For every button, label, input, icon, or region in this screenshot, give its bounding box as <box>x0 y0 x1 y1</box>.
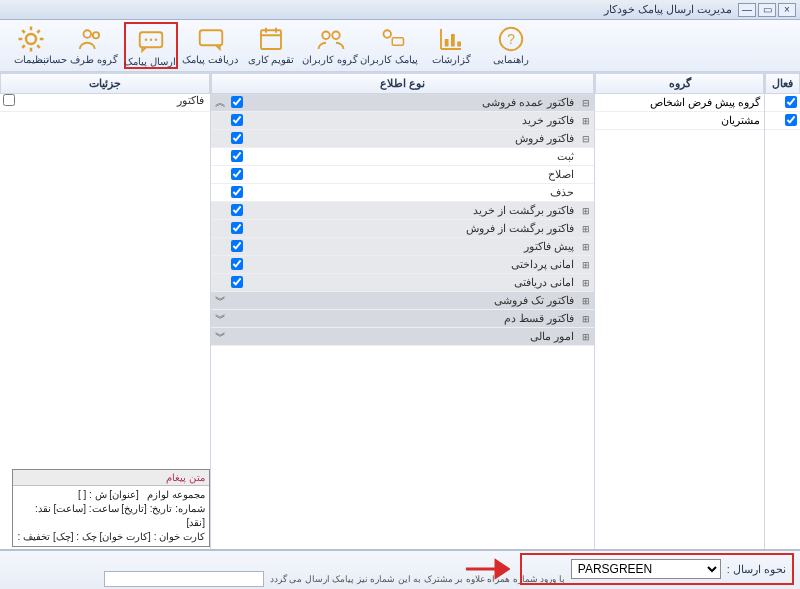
active-checkbox-0[interactable] <box>785 96 797 108</box>
chevron-down-icon[interactable]: ︾ <box>211 329 229 344</box>
type-row[interactable]: ثبت <box>211 148 594 166</box>
type-checkbox[interactable] <box>231 96 243 108</box>
active-checkbox-1[interactable] <box>785 114 797 126</box>
window-title: مدیریت ارسال پیامک خودکار <box>4 3 738 16</box>
type-row[interactable]: حذف <box>211 184 594 202</box>
expand-icon[interactable]: ⊞ <box>578 296 594 306</box>
svg-rect-8 <box>261 30 281 49</box>
type-checkbox[interactable] <box>231 222 243 234</box>
send-mode-select[interactable]: PARSGREEN <box>571 559 721 579</box>
ribbon-send-sms[interactable]: ارسال پیامک <box>124 22 178 69</box>
collapse-icon[interactable]: ⊟ <box>578 98 594 108</box>
svg-point-0 <box>26 34 36 44</box>
group-label: گروه پیش فرض اشخاص <box>650 96 760 109</box>
expand-icon[interactable]: ⊞ <box>578 242 594 252</box>
type-row[interactable]: ⊞فاکتور برگشت از خرید <box>211 202 594 220</box>
col-details-header: جزئیات <box>0 73 210 94</box>
group-row[interactable]: گروه پیش فرض اشخاص <box>595 94 764 112</box>
collapse-icon[interactable]: ⊟ <box>578 134 594 144</box>
type-checkbox[interactable] <box>231 240 243 252</box>
users-icon <box>314 24 348 54</box>
type-checkbox[interactable] <box>231 150 243 162</box>
restore-icon[interactable]: ▭ <box>758 3 776 17</box>
expand-icon[interactable]: ⊞ <box>578 206 594 216</box>
message-body: مجموعه لوازم [عنوان] ش : [ ] شماره: تاری… <box>13 486 209 546</box>
details-label: فاکتور <box>18 94 210 111</box>
phone-input[interactable] <box>104 571 264 587</box>
column-active: فعال <box>764 73 800 557</box>
ribbon: تنظیمات گروه طرف حساب ارسال پیامک دریافت… <box>0 20 800 72</box>
svg-point-2 <box>93 32 99 38</box>
people-icon <box>74 24 108 54</box>
type-label: امانی دریافتی <box>249 276 578 289</box>
type-checkbox[interactable] <box>231 186 243 198</box>
type-row[interactable]: ⊞فاکتور تک فروشی︾ <box>211 292 594 310</box>
ribbon-calendar[interactable]: تقویم کاری <box>244 22 298 65</box>
type-label: اصلاح <box>249 168 578 181</box>
expand-icon[interactable]: ⊞ <box>578 314 594 324</box>
type-row[interactable]: اصلاح <box>211 166 594 184</box>
type-checkbox[interactable] <box>231 168 243 180</box>
type-label: فاکتور برگشت از فروش <box>249 222 578 235</box>
chevron-down-icon[interactable]: ︾ <box>211 311 229 326</box>
group-row[interactable]: مشتریان <box>595 112 764 130</box>
expand-icon[interactable]: ⊞ <box>578 116 594 126</box>
type-row[interactable]: ⊞فاکتور قسط دم︾ <box>211 310 594 328</box>
details-checkbox[interactable] <box>3 94 15 106</box>
type-row[interactable]: ⊞پیش فاکتور <box>211 238 594 256</box>
type-row[interactable]: ⊞امانی پرداختی <box>211 256 594 274</box>
minimize-icon[interactable]: — <box>738 3 756 17</box>
help-icon: ? <box>494 24 528 54</box>
type-label: امور مالی <box>249 330 578 343</box>
expand-icon[interactable]: ⊞ <box>578 332 594 342</box>
type-row[interactable]: ⊞فاکتور برگشت از فروش <box>211 220 594 238</box>
svg-point-11 <box>384 30 392 38</box>
col-type-header: نوع اطلاع <box>211 73 594 94</box>
ribbon-account-group[interactable]: گروه طرف حساب <box>64 22 118 65</box>
ribbon-reports[interactable]: گزارشات <box>424 22 478 65</box>
ribbon-label: دریافت پیامک <box>184 54 238 65</box>
type-checkbox[interactable] <box>231 114 243 126</box>
expand-icon[interactable]: ⊞ <box>578 224 594 234</box>
svg-point-4 <box>145 39 148 42</box>
ribbon-label: گروه طرف حساب <box>64 54 118 65</box>
chevron-down-icon[interactable]: ︾ <box>211 293 229 308</box>
type-label: پیش فاکتور <box>249 240 578 253</box>
type-checkbox[interactable] <box>231 258 243 270</box>
type-row[interactable]: ⊞فاکتور خرید <box>211 112 594 130</box>
close-icon[interactable]: × <box>778 3 796 17</box>
send-mode-label: نحوه ارسال : <box>727 563 786 576</box>
svg-point-6 <box>155 39 158 42</box>
send-mode-box: نحوه ارسال : PARSGREEN <box>520 553 794 585</box>
ribbon-label: گزارشات <box>424 54 478 65</box>
message-header: متن پیغام <box>13 470 209 486</box>
ribbon-label: گروه کاربران <box>304 54 358 65</box>
ribbon-help[interactable]: ? راهنمایی <box>484 22 538 65</box>
arrow-icon <box>462 557 510 583</box>
ribbon-user-sms[interactable]: پیامک کاربران <box>364 22 418 65</box>
titlebar: × ▭ — مدیریت ارسال پیامک خودکار <box>0 0 800 20</box>
chat-icon <box>134 26 168 56</box>
svg-point-5 <box>150 39 153 42</box>
type-label: حذف <box>249 186 578 199</box>
ribbon-user-group[interactable]: گروه کاربران <box>304 22 358 65</box>
column-type: نوع اطلاع ⊟فاکتور عمده فروشی︽⊞فاکتور خری… <box>210 73 594 557</box>
ribbon-receive-sms[interactable]: دریافت پیامک <box>184 22 238 65</box>
details-row[interactable]: فاکتور <box>0 94 210 112</box>
expand-icon[interactable]: ⊞ <box>578 278 594 288</box>
type-row[interactable]: ⊟فاکتور فروش <box>211 130 594 148</box>
type-checkbox[interactable] <box>231 132 243 144</box>
type-row[interactable]: ⊟فاکتور عمده فروشی︽ <box>211 94 594 112</box>
svg-rect-14 <box>451 34 455 47</box>
type-checkbox[interactable] <box>231 276 243 288</box>
bottom-bar: با ورود شماره همراه علاوه بر مشترک به ای… <box>0 549 800 589</box>
type-row[interactable]: ⊞امانی دریافتی <box>211 274 594 292</box>
chevron-up-icon[interactable]: ︽ <box>211 95 229 110</box>
expand-icon[interactable]: ⊞ <box>578 260 594 270</box>
svg-rect-15 <box>457 42 461 47</box>
type-label: فاکتور تک فروشی <box>249 294 578 307</box>
type-label: فاکتور برگشت از خرید <box>249 204 578 217</box>
type-checkbox[interactable] <box>231 204 243 216</box>
message-box: متن پیغام مجموعه لوازم [عنوان] ش : [ ] ش… <box>12 469 210 547</box>
type-row[interactable]: ⊞امور مالی︾ <box>211 328 594 346</box>
